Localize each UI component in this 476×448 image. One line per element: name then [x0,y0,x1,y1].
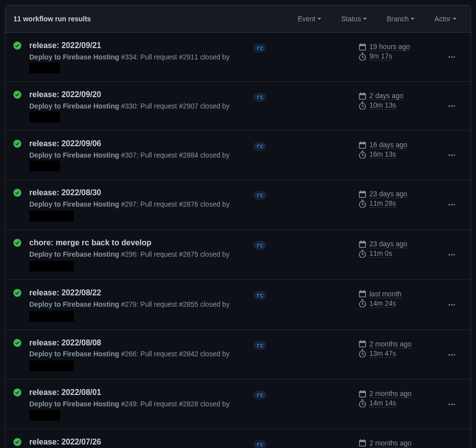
run-main: release: 2022/08/22Deploy to Firebase Ho… [29,288,247,322]
actions-column [444,298,460,312]
redacted-actor [29,62,60,73]
run-number: #297 [121,200,136,208]
run-age: 2 months ago [358,340,438,348]
stopwatch-icon [358,151,366,159]
filter-actor[interactable]: Actor [428,13,463,24]
run-actions-menu-button[interactable] [445,397,459,411]
run-meta: 16 days ago16m 13s [358,139,438,159]
run-duration: 14m 14s [358,399,438,407]
run-actions-menu-button[interactable] [445,298,459,312]
pr-number: #2855 [179,300,198,308]
branch-column: rc [253,90,353,102]
actions-column [444,397,460,411]
run-description: Deploy to Firebase Hosting #334: Pull re… [29,52,247,73]
branch-column: rc [253,288,353,300]
run-actions-menu-button[interactable] [445,248,459,262]
redacted-actor [29,261,74,272]
pr-number: #2876 [179,200,198,208]
run-title-link[interactable]: release: 2022/09/21 [29,41,101,51]
stopwatch-icon [358,349,366,357]
stopwatch-icon [358,200,366,208]
run-actions-menu-button[interactable] [445,348,459,362]
branch-badge[interactable]: rc [253,44,266,53]
run-title-link[interactable]: release: 2022/09/06 [29,139,101,149]
branch-badge[interactable]: rc [253,93,266,102]
caret-down-icon [317,18,321,20]
filter-branch[interactable]: Branch [381,13,420,24]
branch-column: rc [253,388,353,399]
run-actions-menu-button[interactable] [445,148,459,162]
run-title-link[interactable]: release: 2022/08/08 [29,338,101,348]
redacted-actor [29,410,60,421]
calendar-icon [358,390,366,398]
pr-number: #2828 [179,400,198,408]
success-check-icon [13,140,21,148]
workflow-run-row: release: 2022/07/26Deploy to Firebase Ho… [5,429,471,448]
results-count: 11 workflow run results [13,15,91,23]
filter-event[interactable]: Event [292,13,327,24]
branch-badge[interactable]: rc [253,391,266,399]
run-title-link[interactable]: chore: merge rc back to develop [29,238,151,248]
kebab-horizontal-icon [448,251,456,259]
actions-column [444,248,460,262]
run-title-link[interactable]: release: 2022/08/22 [29,288,101,298]
filter-status[interactable]: Status [335,13,373,24]
calendar-icon [358,141,366,149]
run-title-link[interactable]: release: 2022/08/01 [29,388,101,398]
redacted-actor [29,211,74,222]
run-title-link[interactable]: release: 2022/07/26 [29,437,101,448]
caret-down-icon [411,18,415,20]
run-actions-menu-button[interactable] [445,447,459,448]
run-duration: 11m 28s [358,199,438,208]
status-indicator [13,437,23,448]
branch-badge[interactable]: rc [253,142,266,151]
run-description: Deploy to Firebase Hosting #249: Pull re… [29,399,247,420]
workflow-name: Deploy to Firebase Hosting [29,350,119,358]
run-main: release: 2022/07/26Deploy to Firebase Ho… [29,437,247,448]
stopwatch-icon [358,53,366,60]
run-title-link[interactable]: release: 2022/08/30 [29,188,101,198]
run-title-link[interactable]: release: 2022/09/20 [29,90,101,100]
run-duration: 16m 13s [358,150,438,159]
success-check-icon [13,339,21,347]
branch-column: rc [253,41,353,53]
run-age: last month [358,290,438,298]
run-duration: 9m 17s [358,52,438,60]
calendar-icon [358,439,366,447]
branch-badge[interactable]: rc [253,440,266,448]
redacted-actor [29,161,60,171]
status-indicator [13,288,23,298]
branch-badge[interactable]: rc [253,291,266,300]
run-meta: 2 months ago13m 47s [358,338,438,358]
run-actions-menu-button[interactable] [445,198,459,212]
success-check-icon [13,189,21,197]
run-age: 16 days ago [358,141,438,149]
redacted-actor [29,112,60,122]
success-check-icon [13,239,21,247]
run-number: #330 [121,102,136,110]
branch-badge[interactable]: rc [253,191,266,200]
run-description: Deploy to Firebase Hosting #279: Pull re… [29,299,247,322]
run-main: release: 2022/08/08Deploy to Firebase Ho… [29,338,247,372]
workflow-run-row: release: 2022/08/30Deploy to Firebase Ho… [5,180,471,230]
kebab-horizontal-icon [448,201,456,209]
run-actions-menu-button[interactable] [445,99,459,113]
stopwatch-icon [358,250,366,258]
branch-badge[interactable]: rc [253,341,266,350]
run-duration: 14m 24s [358,299,438,308]
stopwatch-icon [358,399,366,407]
pr-number: #2884 [179,151,198,159]
pr-number: #2911 [179,53,198,61]
run-actions-menu-button[interactable] [445,50,459,64]
run-number: #279 [121,300,136,308]
workflow-run-row: release: 2022/08/22Deploy to Firebase Ho… [5,280,471,330]
run-main: release: 2022/08/01Deploy to Firebase Ho… [29,388,247,420]
branch-column: rc [253,437,353,448]
branch-badge[interactable]: rc [253,241,266,250]
workflow-name: Deploy to Firebase Hosting [29,151,119,159]
workflow-run-row: release: 2022/08/01Deploy to Firebase Ho… [5,380,471,429]
success-check-icon [13,389,21,396]
run-number: #266 [121,350,136,358]
caret-down-icon [453,18,457,20]
run-meta: 23 days ago11m 28s [358,188,438,208]
